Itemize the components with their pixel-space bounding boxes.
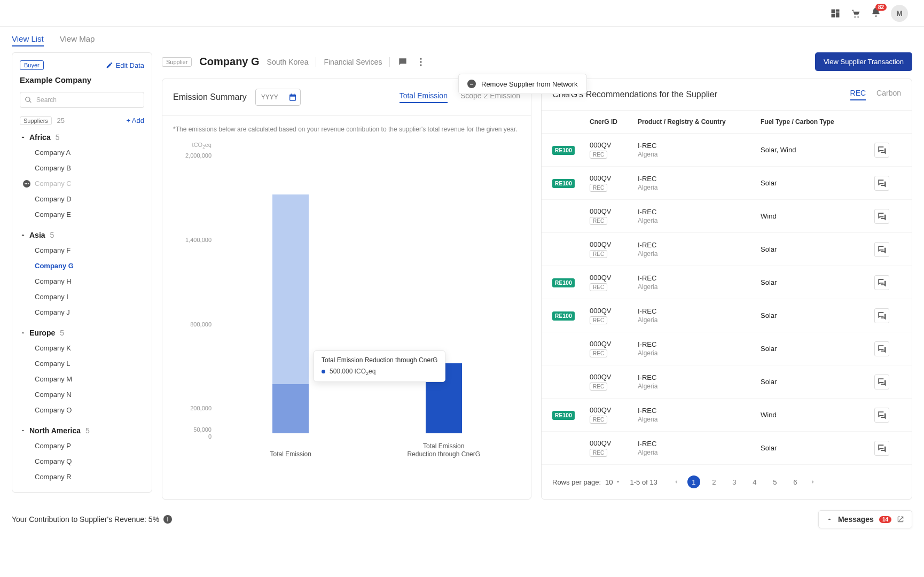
product-name: I-REC (638, 340, 761, 348)
more-horiz-icon[interactable]: ••• (23, 180, 30, 188)
product-name: I-REC (638, 274, 761, 282)
chat-icon[interactable] (397, 57, 408, 67)
pager-page[interactable]: 6 (789, 475, 802, 488)
table-row[interactable]: RE100000QVRECI-RECAlgeriaSolar (542, 266, 912, 299)
sidebar-company-item[interactable]: Company B (20, 160, 144, 176)
sidebar-company-item[interactable]: Company G (20, 258, 144, 274)
region-header[interactable]: Europe5 (20, 325, 144, 340)
pager-page[interactable]: 5 (769, 475, 781, 488)
tab-total-emission[interactable]: Total Emission (400, 91, 448, 103)
sidebar-company-item[interactable]: Company J (20, 305, 144, 320)
sidebar-company-item[interactable]: Company P (20, 438, 144, 454)
table-row[interactable]: 000QVRECI-RECAlgeriaSolar (542, 432, 912, 465)
row-action-button[interactable] (874, 143, 901, 158)
row-action-button[interactable] (874, 308, 901, 323)
company-label: Company M (35, 375, 72, 383)
sidebar-company-item[interactable]: Company L (20, 356, 144, 371)
tab-rec[interactable]: REC (850, 89, 866, 100)
supplier-sector: Financial Sevices (324, 58, 382, 66)
sidebar-company-item[interactable]: Company O (20, 402, 144, 418)
rec-chip: REC (590, 184, 607, 192)
sidebar-company-item[interactable]: Company M (20, 371, 144, 387)
product-name: I-REC (638, 241, 761, 249)
chevron-up-icon (826, 516, 833, 523)
rec-chip: REC (590, 217, 607, 225)
sidebar-company-item[interactable]: Company F (20, 243, 144, 258)
cnerg-id: 000QV (590, 207, 638, 215)
table-row[interactable]: RE100000QVRECI-RECAlgeriaSolar (542, 299, 912, 332)
dashboard-icon[interactable] (830, 8, 841, 19)
company-label: Company B (35, 164, 71, 172)
sidebar-company-item[interactable]: Company D (20, 191, 144, 207)
row-action-button[interactable] (874, 441, 901, 456)
chevron-up-icon (20, 134, 26, 141)
edit-data-button[interactable]: Edit Data (106, 61, 144, 69)
sidebar-company-item[interactable]: Company K (20, 340, 144, 356)
product-country: Algeria (638, 184, 761, 191)
svg-point-0 (420, 58, 422, 59)
sidebar-company-item[interactable]: •••Company C (20, 176, 144, 191)
table-row[interactable]: RE100000QVRECI-RECAlgeriaWind (542, 399, 912, 432)
tab-view-map[interactable]: View Map (60, 34, 95, 46)
tab-view-list[interactable]: View List (12, 34, 44, 46)
company-label: Company E (35, 210, 71, 219)
region-header[interactable]: Africa5 (20, 130, 144, 145)
company-label: Company C (35, 180, 72, 188)
send-note-icon (876, 410, 887, 420)
info-icon[interactable]: i (163, 515, 172, 524)
sidebar-company-item[interactable]: Company A (20, 145, 144, 160)
row-action-button[interactable] (874, 242, 901, 257)
region-header[interactable]: Asia5 (20, 228, 144, 243)
send-note-icon (876, 244, 887, 255)
region-name: Europe (29, 329, 55, 337)
rec-chip: REC (590, 416, 607, 424)
avatar[interactable]: M (891, 5, 908, 22)
row-action-button[interactable] (874, 341, 901, 356)
pager-page[interactable]: 3 (728, 475, 741, 488)
table-row[interactable]: RE100000QVRECI-RECAlgeriaSolar (542, 167, 912, 200)
search-input[interactable] (20, 92, 144, 108)
table-header: CnerG ID Product / Registry & Country Fu… (542, 111, 912, 134)
pager-prev-icon[interactable] (672, 478, 680, 486)
year-input[interactable] (256, 90, 285, 105)
sidebar-company-item[interactable]: Company H (20, 274, 144, 289)
rpp-select[interactable]: 10 (605, 478, 620, 486)
tab-carbon[interactable]: Carbon (876, 89, 901, 100)
remove-supplier-popover[interactable]: – Remove Supplier from Network (458, 74, 587, 94)
messages-pill[interactable]: Messages 14 (818, 510, 912, 528)
company-label: Company I (35, 293, 68, 301)
pager-page[interactable]: 1 (687, 475, 700, 488)
sidebar-company-item[interactable]: Company E (20, 207, 144, 222)
pager-next-icon[interactable] (809, 478, 817, 486)
calendar-icon[interactable] (285, 89, 300, 105)
supplier-tag: Supplier (162, 57, 192, 67)
year-picker[interactable] (255, 89, 301, 106)
table-row[interactable]: 000QVRECI-RECAlgeriaSolar (542, 233, 912, 266)
add-supplier-button[interactable]: + Add (126, 116, 144, 124)
row-action-button[interactable] (874, 176, 901, 191)
sidebar-company-item[interactable]: Company Q (20, 454, 144, 469)
pager-page[interactable]: 4 (748, 475, 761, 488)
row-action-button[interactable] (874, 275, 901, 290)
cart-icon[interactable] (850, 8, 861, 19)
company-label: Company D (35, 195, 72, 203)
chevron-up-icon (20, 330, 26, 336)
row-action-button[interactable] (874, 408, 901, 423)
notifications[interactable]: 82 (871, 7, 881, 19)
col-fuel: Fuel Type / Carbon Type (761, 118, 874, 126)
more-vert-icon[interactable] (416, 57, 426, 67)
row-action-button[interactable] (874, 209, 901, 224)
sidebar-company-item[interactable]: Company R (20, 469, 144, 485)
table-row[interactable]: 000QVRECI-RECAlgeriaWind (542, 200, 912, 233)
pager-page[interactable]: 2 (708, 475, 721, 488)
table-row[interactable]: RE100000QVRECI-RECAlgeriaSolar, Wind (542, 134, 912, 167)
product-country: Algeria (638, 217, 761, 224)
table-row[interactable]: 000QVRECI-RECAlgeriaSolar (542, 332, 912, 365)
region-header[interactable]: North America5 (20, 423, 144, 438)
rec-chip: REC (590, 283, 607, 291)
sidebar-company-item[interactable]: Company N (20, 387, 144, 402)
sidebar-company-item[interactable]: Company I (20, 289, 144, 305)
table-row[interactable]: 000QVRECI-RECAlgeriaSolar (542, 365, 912, 399)
row-action-button[interactable] (874, 375, 901, 389)
view-transaction-button[interactable]: View Supplier Transaction (815, 52, 912, 71)
